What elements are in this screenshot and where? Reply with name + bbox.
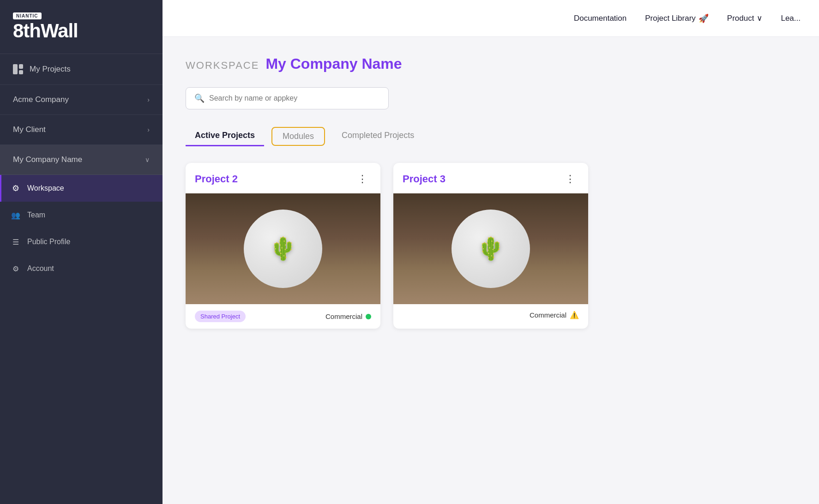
status-dot-green xyxy=(366,314,371,319)
workspace-content: WORKSPACE My Company Name 🔍 Active Proje… xyxy=(163,37,819,504)
cactus-icon-3: 🌵 xyxy=(477,236,505,262)
grid-icon xyxy=(13,64,23,74)
sidebar-logo: NIANTIC 8thWall xyxy=(0,0,163,54)
workspace-name-heading: My Company Name xyxy=(265,55,402,72)
project-title-3[interactable]: Project 3 xyxy=(403,173,446,185)
account-icon: ⚙ xyxy=(11,264,21,274)
sidebar-item-account[interactable]: ⚙ Account xyxy=(0,255,163,282)
project-card-3: Project 3 ⋮ 🌵 Commercial ⚠️ xyxy=(393,163,588,329)
project-card-2: Project 2 ⋮ 🌵 Shared Project Commercial xyxy=(186,163,380,329)
workspace-icon: ⚙ xyxy=(11,183,21,193)
sidebar: NIANTIC 8thWall My Projects Acme Company… xyxy=(0,0,163,504)
tab-active-projects[interactable]: Active Projects xyxy=(186,126,264,146)
warning-icon: ⚠️ xyxy=(570,311,579,319)
sidebar-item-my-client[interactable]: My Client › xyxy=(0,115,163,145)
top-navigation: Documentation Project Library 🚀 Product … xyxy=(163,0,819,37)
public-profile-icon: ☰ xyxy=(11,237,21,247)
sidebar-item-workspace[interactable]: ⚙ Workspace xyxy=(0,175,163,202)
search-icon: 🔍 xyxy=(194,93,205,103)
chevron-right-icon: › xyxy=(147,96,150,103)
workspace-name-acme: Acme Company xyxy=(13,95,69,104)
team-icon: 👥 xyxy=(11,210,21,220)
logo-wordmark: 8thWall xyxy=(13,21,150,41)
tab-completed-projects[interactable]: Completed Projects xyxy=(332,126,423,146)
nav-project-library[interactable]: Project Library 🚀 xyxy=(645,13,709,24)
sidebar-item-public-profile[interactable]: ☰ Public Profile xyxy=(0,228,163,255)
project-card-header-2: Project 2 ⋮ xyxy=(186,163,380,193)
commercial-label-2: Commercial xyxy=(325,312,362,320)
rocket-icon: 🚀 xyxy=(699,13,709,24)
project-card-footer-3: Commercial ⚠️ xyxy=(393,304,588,326)
project-card-header-3: Project 3 ⋮ xyxy=(393,163,588,193)
nav-learn[interactable]: Lea... xyxy=(781,14,801,23)
project-thumbnail-3[interactable]: 🌵 xyxy=(393,193,588,304)
public-profile-label: Public Profile xyxy=(27,238,70,246)
shared-project-badge: Shared Project xyxy=(195,311,246,322)
account-label: Account xyxy=(27,264,54,273)
project-title-2[interactable]: Project 2 xyxy=(195,173,238,185)
commercial-label-3: Commercial xyxy=(530,311,566,319)
nav-documentation[interactable]: Documentation xyxy=(574,14,626,23)
sidebar-item-my-company[interactable]: My Company Name ∨ xyxy=(0,145,163,175)
project-menu-button-3[interactable]: ⋮ xyxy=(561,171,579,187)
project-thumbnail-2[interactable]: 🌵 xyxy=(186,193,380,304)
my-projects-label: My Projects xyxy=(30,65,71,74)
commercial-status-3: Commercial ⚠️ xyxy=(530,311,579,319)
workspace-name-my-company: My Company Name xyxy=(13,155,82,164)
workspace-header: WORKSPACE My Company Name xyxy=(186,55,796,72)
project-card-footer-2: Shared Project Commercial xyxy=(186,304,380,329)
search-input[interactable] xyxy=(209,94,380,102)
tabs-bar: Active Projects Modules Completed Projec… xyxy=(186,126,796,146)
search-bar[interactable]: 🔍 xyxy=(186,87,389,109)
cactus-ar-overlay-2: 🌵 xyxy=(186,193,380,304)
nav-product[interactable]: Product ∨ xyxy=(727,13,763,23)
main-content: Documentation Project Library 🚀 Product … xyxy=(163,0,819,504)
cactus-icon-2: 🌵 xyxy=(269,236,297,262)
team-label: Team xyxy=(27,211,45,219)
chevron-down-icon: ∨ xyxy=(757,13,762,23)
chevron-down-icon: ∨ xyxy=(145,156,150,163)
workspace-label-text: WORKSPACE xyxy=(186,60,259,72)
tab-modules[interactable]: Modules xyxy=(271,127,325,146)
cactus-ar-overlay-3: 🌵 xyxy=(393,193,588,304)
sidebar-item-acme-company[interactable]: Acme Company › xyxy=(0,85,163,115)
sidebar-item-team[interactable]: 👥 Team xyxy=(0,202,163,228)
niantic-badge: NIANTIC xyxy=(13,12,42,19)
projects-grid: Project 2 ⋮ 🌵 Shared Project Commercial xyxy=(186,163,796,329)
commercial-status-2: Commercial xyxy=(325,312,371,320)
chevron-right-icon: › xyxy=(147,126,150,133)
project-menu-button-2[interactable]: ⋮ xyxy=(354,171,371,187)
sidebar-item-my-projects[interactable]: My Projects xyxy=(0,54,163,85)
workspace-label: Workspace xyxy=(27,184,64,192)
workspace-name-my-client: My Client xyxy=(13,125,46,134)
